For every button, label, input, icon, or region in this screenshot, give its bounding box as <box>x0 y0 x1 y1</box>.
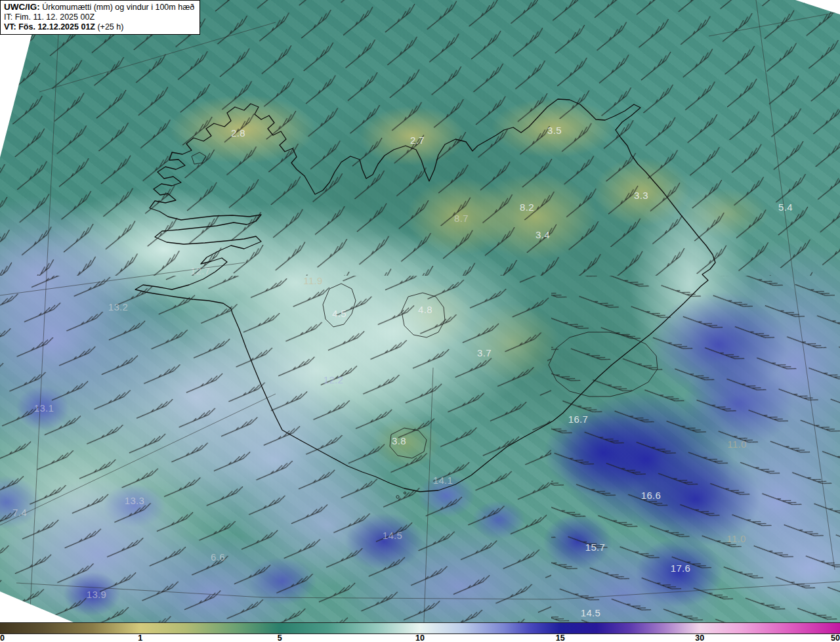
value-label: 6.6 <box>211 551 225 563</box>
colorbar-tick: 1 <box>138 633 142 642</box>
value-label: 13.9 <box>87 589 106 600</box>
value-label: 14.1 <box>433 475 453 486</box>
value-label: 13.3 <box>125 495 144 506</box>
colorbar-wrap: 01510153050 <box>0 622 840 642</box>
value-label: 16.7 <box>568 414 588 425</box>
value-label: 17.6 <box>671 563 690 574</box>
value-label: 11.0 <box>727 439 746 450</box>
value-label: 12.7 <box>190 265 210 276</box>
value-label: 5.4 <box>778 202 793 213</box>
precipitation-wind-map: 2.82.73.53.38.78.23.45.412.711.913.24.54… <box>0 0 840 622</box>
value-label: 14.5 <box>383 530 402 541</box>
value-label: 3.3 <box>634 190 648 201</box>
value-label: 11.9 <box>303 275 322 286</box>
value-label: 16.6 <box>641 490 661 501</box>
value-label: 14.5 <box>581 607 600 618</box>
value-label: 11.0 <box>726 533 746 544</box>
value-label: 8.2 <box>520 202 534 213</box>
value-label: 13.2 <box>108 301 128 312</box>
colorbar-tick: 50 <box>831 633 840 642</box>
value-label: 13.1 <box>34 402 54 414</box>
value-label: 12.2 <box>324 374 343 385</box>
value-label: 2.8 <box>231 127 245 139</box>
valid-time: VT: Fös. 12.12.2025 01Z (+25 h) <box>4 22 194 32</box>
colorbar-tick: 30 <box>695 633 704 642</box>
value-labels: 2.82.73.53.38.78.23.45.412.711.913.24.54… <box>0 0 840 622</box>
precipitation-colorbar <box>0 622 840 634</box>
value-label: 3.7 <box>477 347 492 358</box>
colorbar-tick: 0 <box>0 633 5 642</box>
colorbar-tick: 15 <box>556 633 565 642</box>
colorbar-tick: 10 <box>415 633 425 642</box>
value-label: 4.8 <box>418 304 432 315</box>
value-label: 15.7 <box>585 542 605 553</box>
init-time: IT: Fim. 11. 12. 2025 00Z <box>4 12 194 22</box>
model-name: UWC/IG: <box>4 2 40 12</box>
map-title-box: UWC/IG: Úrkomumætti (mm) og vindur i 100… <box>0 0 200 35</box>
colorbar-tick: 5 <box>278 633 282 642</box>
value-label: 2.7 <box>410 135 425 146</box>
value-label: 7.4 <box>12 507 27 518</box>
value-label: 3.4 <box>536 229 550 240</box>
colorbar-ticks: 01510153050 <box>0 634 840 642</box>
weather-map-viewport: 2.82.73.53.38.78.23.45.412.711.913.24.54… <box>0 0 840 642</box>
model-title: UWC/IG: Úrkomumætti (mm) og vindur i 100… <box>4 2 194 12</box>
value-label: 3.5 <box>547 125 562 136</box>
value-label: 8.7 <box>454 213 469 224</box>
value-label: 3.8 <box>392 435 406 446</box>
value-label: 4.5 <box>332 308 346 319</box>
